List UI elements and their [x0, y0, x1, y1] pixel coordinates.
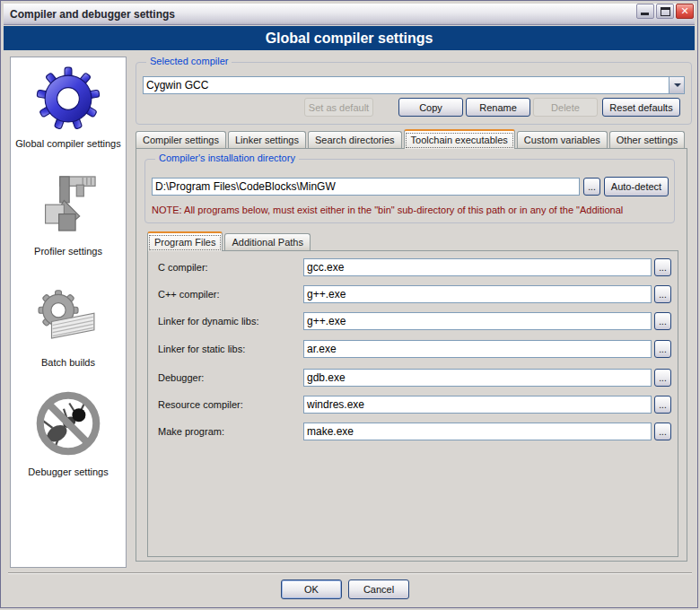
- tab-search-directories[interactable]: Search directories: [308, 131, 402, 148]
- install-dir-browse-button[interactable]: ...: [583, 178, 600, 196]
- page-title: Global compiler settings: [266, 30, 433, 47]
- field-label-make-program: Make program:: [158, 426, 224, 437]
- program-files-tabstrip: Program Files Additional Paths: [147, 231, 312, 250]
- resource-compiler-input[interactable]: [303, 396, 652, 414]
- close-button[interactable]: ✕: [676, 4, 694, 19]
- delete-button[interactable]: Delete: [533, 98, 598, 117]
- c-compiler-input[interactable]: [303, 258, 652, 276]
- page-title-banner: Global compiler settings: [4, 26, 695, 50]
- field-label-resource-compiler: Resource compiler:: [158, 399, 243, 410]
- linker-static-browse-button[interactable]: ...: [654, 340, 671, 358]
- minimize-button[interactable]: [636, 4, 654, 19]
- sidebar-item-label: Profiler settings: [11, 246, 126, 257]
- debugger-browse-button[interactable]: ...: [654, 369, 671, 387]
- compiler-combo[interactable]: [143, 76, 685, 94]
- compiler-gear-icon: [11, 65, 126, 133]
- sidebar-item-batch-builds[interactable]: Batch builds: [11, 285, 126, 368]
- settings-window: Compiler and debugger settings ✕ Global …: [0, 0, 698, 608]
- field-label-linker-dynamic: Linker for dynamic libs:: [158, 316, 259, 327]
- compiler-combo-input[interactable]: [143, 76, 685, 94]
- field-label-linker-static: Linker for static libs:: [158, 344, 245, 354]
- no-debug-ant-icon: [11, 386, 126, 461]
- close-icon: ✕: [680, 5, 688, 16]
- settings-tabstrip: Compiler settings Linker settings Search…: [136, 129, 687, 148]
- resource-compiler-browse-button[interactable]: ...: [654, 396, 671, 414]
- tab-linker-settings[interactable]: Linker settings: [228, 131, 306, 148]
- selected-compiler-group-label: Selected compiler: [146, 56, 232, 66]
- subtab-additional-paths[interactable]: Additional Paths: [224, 233, 311, 250]
- make-program-input[interactable]: [303, 423, 652, 440]
- reset-defaults-button[interactable]: Reset defaults: [602, 98, 680, 117]
- sidebar-item-global-compiler-settings[interactable]: Global compiler settings: [11, 65, 126, 149]
- copy-button[interactable]: Copy: [398, 98, 463, 117]
- tab-other-settings[interactable]: Other settings: [609, 131, 685, 148]
- cpp-compiler-input[interactable]: [303, 285, 652, 303]
- profiler-caliper-icon: [11, 167, 126, 240]
- debugger-input[interactable]: [303, 369, 652, 387]
- settings-sidebar: Global compiler settings Profiler settin…: [10, 57, 127, 568]
- title-bar[interactable]: Compiler and debugger settings: [4, 4, 695, 25]
- linker-dynamic-browse-button[interactable]: ...: [654, 312, 671, 330]
- window-title: Compiler and debugger settings: [4, 8, 175, 21]
- install-dir-note: NOTE: All programs below, must exist eit…: [152, 205, 669, 215]
- set-as-default-button[interactable]: Set as default: [304, 98, 373, 117]
- ok-button[interactable]: OK: [281, 580, 342, 599]
- tab-toolchain-executables[interactable]: Toolchain executables: [404, 129, 515, 149]
- install-dir-group-label: Compiler's installation directory: [155, 152, 299, 163]
- tab-custom-variables[interactable]: Custom variables: [517, 131, 608, 148]
- maximize-icon: [661, 7, 670, 16]
- field-label-c-compiler: C compiler:: [158, 262, 208, 273]
- batch-builds-icon: [11, 285, 126, 352]
- window-controls: ✕: [636, 4, 694, 19]
- cancel-button[interactable]: Cancel: [348, 580, 409, 599]
- maximize-button[interactable]: [656, 4, 674, 19]
- tab-compiler-settings[interactable]: Compiler settings: [136, 131, 226, 148]
- field-label-debugger: Debugger:: [158, 372, 204, 383]
- sidebar-item-debugger-settings[interactable]: Debugger settings: [11, 386, 126, 477]
- install-dir-input[interactable]: [152, 178, 580, 196]
- field-label-cpp-compiler: C++ compiler:: [158, 289, 219, 300]
- sidebar-item-profiler-settings[interactable]: Profiler settings: [11, 167, 126, 257]
- make-program-browse-button[interactable]: ...: [654, 423, 671, 440]
- linker-dynamic-input[interactable]: [303, 312, 652, 330]
- combo-dropdown-arrow-icon[interactable]: [669, 77, 684, 93]
- cpp-compiler-browse-button[interactable]: ...: [654, 285, 671, 303]
- minimize-icon: [641, 13, 649, 15]
- sidebar-item-label: Debugger settings: [11, 466, 126, 477]
- rename-button[interactable]: Rename: [466, 98, 530, 117]
- linker-static-input[interactable]: [303, 340, 652, 358]
- subtab-program-files[interactable]: Program Files: [147, 231, 223, 251]
- c-compiler-browse-button[interactable]: ...: [654, 258, 671, 276]
- auto-detect-button[interactable]: Auto-detect: [604, 177, 669, 196]
- sidebar-item-label: Global compiler settings: [11, 138, 126, 149]
- sidebar-item-label: Batch builds: [11, 357, 126, 368]
- footer-divider: [8, 572, 692, 574]
